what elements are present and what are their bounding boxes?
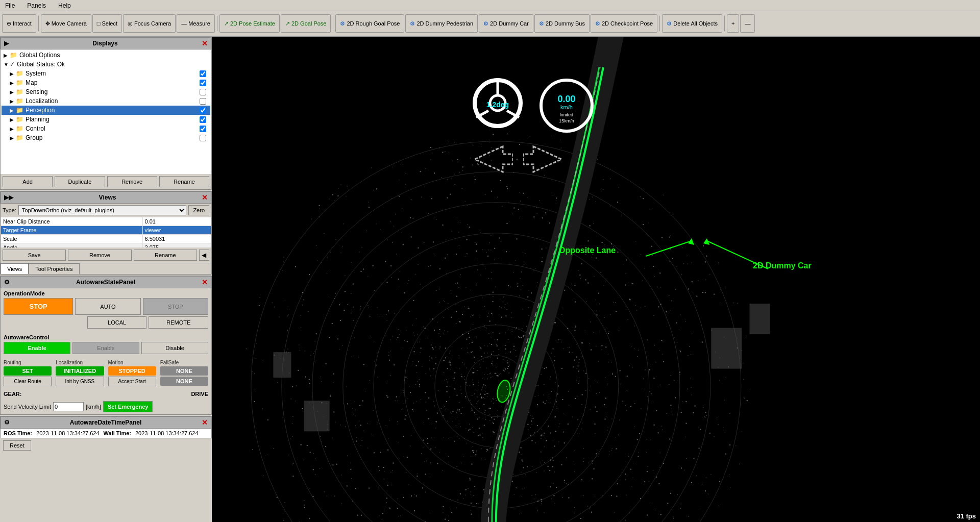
remote-btn[interactable]: REMOTE bbox=[149, 316, 208, 329]
expand-arrow8: ▶ bbox=[10, 117, 16, 122]
menu-panels[interactable]: Panels bbox=[24, 1, 49, 10]
viewport[interactable]: 1.2deg 0.00 km/h limited 15km/h bbox=[212, 37, 980, 522]
focus-camera-btn[interactable]: ◎ Focus Camera bbox=[123, 14, 176, 33]
disable-btn[interactable]: Disable bbox=[141, 342, 208, 354]
stop-btn[interactable]: STOP bbox=[4, 298, 73, 315]
gear-row: GEAR: DRIVE bbox=[1, 389, 211, 399]
interact-btn[interactable]: ⊕ Interact bbox=[2, 14, 36, 33]
failsafe-badge2: NONE bbox=[160, 377, 208, 386]
left-arrow-overlay bbox=[472, 144, 513, 176]
autoware-control-section: AutowareControl Enable Enable Disable bbox=[1, 332, 211, 358]
2d-checkpoint-pose-btn[interactable]: ⚙ 2D Checkpoint Pose bbox=[591, 14, 657, 33]
view-key: Target Frame bbox=[1, 226, 143, 235]
enable-active-btn[interactable]: Enable bbox=[4, 342, 70, 354]
auto-btn[interactable]: AUTO bbox=[75, 298, 140, 315]
reset-row: Reset bbox=[0, 438, 212, 453]
focus-camera-icon: ◎ bbox=[128, 20, 133, 27]
tree-item-global-options[interactable]: ▶ 📁 Global Options bbox=[2, 51, 210, 60]
planning-checkbox[interactable] bbox=[200, 116, 206, 123]
remove-display-btn[interactable]: Remove bbox=[107, 176, 157, 187]
status-row: Routing SET Clear Route Localization INI… bbox=[1, 358, 211, 389]
sep2 bbox=[217, 16, 217, 31]
2d-dummy-car-btn[interactable]: ⚙ 2D Dummy Car bbox=[479, 14, 533, 33]
folder-icon: 📁 bbox=[16, 79, 23, 86]
save-view-btn[interactable]: Save bbox=[3, 250, 66, 261]
datetime-panel: ⚙ AutowareDateTimePanel ✕ ROS Time: 2023… bbox=[0, 416, 212, 438]
tree-item-map[interactable]: ▶ 📁 Map bbox=[2, 78, 210, 87]
group-checkbox[interactable] bbox=[200, 135, 206, 141]
rename-display-btn[interactable]: Rename bbox=[159, 176, 209, 187]
perception-checkbox[interactable] bbox=[200, 107, 206, 114]
stop-right-btn[interactable]: STOP bbox=[143, 298, 208, 315]
tab-views[interactable]: Views bbox=[1, 263, 29, 274]
move-camera-btn[interactable]: ✥ Move Camera bbox=[41, 14, 91, 33]
expand-arrow7: ▶ bbox=[10, 108, 16, 113]
table-row-highlight: Target Frame viewer bbox=[1, 226, 211, 235]
2d-dummy-bus-btn[interactable]: ⚙ 2D Dummy Bus bbox=[534, 14, 590, 33]
localization-checkbox[interactable] bbox=[200, 98, 206, 105]
measure-btn[interactable]: — Measure bbox=[177, 14, 215, 33]
menubar: File Panels Help bbox=[0, 0, 980, 11]
expand-arrow4: ▶ bbox=[10, 80, 16, 86]
zero-btn[interactable]: Zero bbox=[188, 205, 209, 215]
set-emergency-btn[interactable]: Set Emergency bbox=[103, 401, 153, 412]
init-gnss-btn[interactable]: Init by GNSS bbox=[56, 377, 104, 386]
tab-tool-properties[interactable]: Tool Properties bbox=[29, 263, 79, 274]
add-icon-btn[interactable]: + bbox=[727, 14, 739, 33]
state-icon: ⚙ bbox=[4, 279, 10, 286]
control-checkbox[interactable] bbox=[200, 126, 206, 132]
table-row: Angle 2.075 bbox=[1, 243, 211, 248]
system-checkbox[interactable] bbox=[200, 70, 206, 77]
2d-rough-goal-pose-btn[interactable]: ⚙ 2D Rough Goal Pose bbox=[335, 14, 404, 33]
wall-time-value: 2023-11-08 13:34:27.624 bbox=[135, 430, 199, 436]
tree-item-group[interactable]: ▶ 📁 Group bbox=[2, 133, 210, 142]
displays-close-btn[interactable]: ✕ bbox=[202, 39, 208, 47]
tree-item-control[interactable]: ▶ 📁 Control bbox=[2, 124, 210, 133]
velocity-unit: [km/h] bbox=[86, 404, 101, 410]
delete-all-objects-btn[interactable]: ⚙ Delete All Objects bbox=[662, 14, 722, 33]
velocity-input[interactable] bbox=[53, 402, 84, 411]
tree-item-perception[interactable]: ▶ 📁 Perception bbox=[2, 106, 210, 115]
sep5 bbox=[724, 16, 725, 31]
map-checkbox[interactable] bbox=[200, 80, 206, 86]
views-scroll-arrow[interactable]: ◀ bbox=[199, 250, 209, 261]
view-val: 0.01 bbox=[142, 217, 211, 226]
tree-item-global-status[interactable]: ▼ ✓ Global Status: Ok bbox=[2, 60, 210, 69]
table-row: Near Clip Distance 0.01 bbox=[1, 217, 211, 226]
steering-wheel-overlay: 1.2deg bbox=[472, 78, 523, 129]
datetime-close-btn[interactable]: ✕ bbox=[202, 418, 208, 427]
tree-item-localization[interactable]: ▶ 📁 Localization bbox=[2, 96, 210, 106]
view-key: Angle bbox=[1, 243, 143, 248]
2d-pose-estimate-btn[interactable]: ↗ 2D Pose Estimate bbox=[219, 14, 280, 33]
tree-label: System bbox=[26, 70, 46, 77]
sensing-checkbox[interactable] bbox=[200, 89, 206, 95]
reset-btn[interactable]: Reset bbox=[3, 440, 31, 451]
velocity-row: Send Velocity Limit [km/h] Set Emergency bbox=[1, 399, 211, 414]
tree-item-planning[interactable]: ▶ 📁 Planning bbox=[2, 115, 210, 124]
menu-file[interactable]: File bbox=[2, 1, 18, 10]
tree-item-system[interactable]: ▶ 📁 System bbox=[2, 69, 210, 78]
tree-label: Sensing bbox=[26, 88, 47, 95]
add-display-btn[interactable]: Add bbox=[3, 176, 53, 187]
operation-btn-row1: STOP AUTO STOP bbox=[4, 298, 208, 315]
2d-goal-pose-btn[interactable]: ↗ 2D Goal Pose bbox=[281, 14, 331, 33]
expand-arrow2: ▼ bbox=[4, 62, 10, 67]
minus-icon-btn[interactable]: — bbox=[740, 14, 755, 33]
views-panel: ▶▶ Views ✕ Type: TopDownOrtho (rviz_defa… bbox=[0, 191, 212, 275]
select-btn[interactable]: □ Select bbox=[92, 14, 122, 33]
folder-icon: 📁 bbox=[16, 134, 23, 141]
views-close-btn[interactable]: ✕ bbox=[202, 193, 208, 202]
menu-help[interactable]: Help bbox=[55, 1, 74, 10]
svg-marker-12 bbox=[523, 146, 561, 172]
2d-dummy-pedestrian-btn[interactable]: ⚙ 2D Dummy Pedestrian bbox=[405, 14, 478, 33]
clear-route-btn[interactable]: Clear Route bbox=[4, 377, 52, 386]
remove-view-btn[interactable]: Remove bbox=[68, 250, 131, 261]
duplicate-display-btn[interactable]: Duplicate bbox=[55, 176, 105, 187]
rough-goal-icon: ⚙ bbox=[340, 20, 345, 27]
tree-item-sensing[interactable]: ▶ 📁 Sensing bbox=[2, 87, 210, 96]
rename-view-btn[interactable]: Rename bbox=[134, 250, 197, 261]
views-type-select[interactable]: TopDownOrtho (rviz_default_plugins) bbox=[18, 205, 186, 215]
local-btn[interactable]: LOCAL bbox=[87, 316, 147, 329]
tree-label: Global Options bbox=[19, 52, 60, 59]
state-close-btn[interactable]: ✕ bbox=[202, 278, 208, 286]
